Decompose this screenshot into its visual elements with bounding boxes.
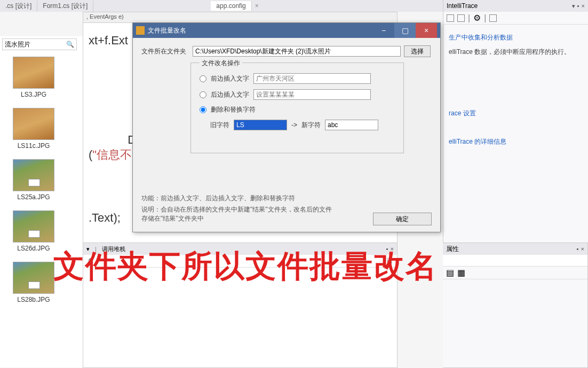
- new-char-label: 新字符: [301, 121, 321, 130]
- function-description: 功能：前边插入文字、后边插入文字、删除和替换字符: [141, 194, 432, 203]
- properties-title: 属性: [446, 245, 459, 254]
- rename-options-group: 文件改名操作 前边插入文字 后边插入文字 删除和替换字符 旧字符 -> 新字符: [190, 62, 404, 153]
- search-icon[interactable]: 🔍: [66, 41, 74, 48]
- file-explorer: 流水照片🔍 LS3.JPG LS11c.JPG LS25a.JPG LS26d.…: [0, 36, 83, 367]
- prefix-input[interactable]: [253, 73, 371, 84]
- panel-header: IntelliTrace ▾ ▪ ×: [443, 0, 588, 12]
- panel-close-icon[interactable]: ×: [581, 246, 584, 252]
- dialog-titlebar[interactable]: 文件批量改名 − ▢ ×: [133, 23, 440, 38]
- panel-dropdown-icon[interactable]: ▾: [572, 3, 575, 10]
- tab-form1[interactable]: Form1.cs [设计]: [37, 1, 93, 12]
- intellitrace-link[interactable]: 生产中收集和分析数据: [449, 33, 583, 42]
- prefix-radio[interactable]: [200, 75, 206, 82]
- tab-appconfig[interactable]: app.config: [211, 1, 251, 11]
- thumbnail-item[interactable]: LS25a.JPG: [10, 159, 58, 201]
- replace-radio[interactable]: [200, 106, 206, 113]
- dialog-title: 文件批量改名: [148, 26, 186, 35]
- suffix-label: 后边插入文字: [211, 90, 249, 99]
- thumbnail-item[interactable]: LS28b.JPG: [10, 262, 58, 303]
- note-description: 说明：会自动在所选择的文件夹中新建"结果"文件夹，改名后的文件存储在"结果"文件…: [141, 205, 333, 223]
- properties-panel: 属性 ▪ × ▤ ▦: [443, 242, 588, 368]
- thumbnail-item[interactable]: LS26d.JPG: [10, 210, 58, 252]
- arrow-icon: ->: [291, 121, 297, 129]
- suffix-input[interactable]: [253, 89, 371, 100]
- tab-close-icon[interactable]: ×: [255, 2, 259, 10]
- tab-cs[interactable]: .cs [设计]: [0, 1, 37, 12]
- thumbnail-item[interactable]: LS3.JPG: [10, 57, 58, 98]
- confirm-button[interactable]: 确定: [373, 213, 432, 225]
- close-button[interactable]: ×: [416, 23, 437, 38]
- rename-dialog: 文件批量改名 − ▢ × 文件所在文件夹 选择 文件改名操作 前边插入文字 后边…: [132, 22, 441, 232]
- gear-icon[interactable]: ⚙: [473, 13, 481, 23]
- search-input[interactable]: 流水照片🔍: [2, 38, 77, 50]
- panel-pin-icon[interactable]: ▪: [577, 3, 579, 10]
- code-breadcrumb: , EventArgs e): [83, 12, 397, 23]
- maximize-button[interactable]: ▢: [394, 23, 416, 38]
- intellitrace-details-link[interactable]: elliTrace 的详细信息: [449, 137, 583, 146]
- sort-icon[interactable]: ▤: [446, 268, 454, 278]
- toolbar-icon[interactable]: [457, 14, 465, 22]
- dialog-icon: [136, 26, 145, 35]
- thumbnail-item[interactable]: LS11c.JPG: [10, 108, 58, 150]
- new-char-input[interactable]: [325, 120, 378, 130]
- panel-close-icon[interactable]: ×: [582, 3, 585, 10]
- intellitrace-settings-link[interactable]: race 设置: [449, 109, 583, 118]
- group-title: 文件改名操作: [200, 59, 242, 68]
- folder-path-input[interactable]: [193, 46, 401, 57]
- old-char-input[interactable]: [234, 120, 287, 130]
- prefix-label: 前边插入文字: [211, 74, 249, 83]
- annotation-overlay: 文件夹下所以文件批量改名: [53, 246, 438, 287]
- suffix-radio[interactable]: [200, 91, 206, 98]
- minimize-button[interactable]: −: [373, 23, 394, 38]
- panel-pin-icon[interactable]: ▪: [577, 246, 579, 252]
- replace-label: 删除和替换字符: [211, 105, 256, 114]
- toolbar-icon[interactable]: [489, 14, 497, 22]
- category-icon[interactable]: ▦: [457, 268, 465, 278]
- panel-toolbar: | ⚙ |: [443, 12, 588, 25]
- toolbar-icon[interactable]: [447, 14, 454, 22]
- folder-label: 文件所在文件夹: [141, 47, 189, 56]
- browse-button[interactable]: 选择: [404, 45, 431, 57]
- intellitrace-text: elliTrace 数据，必须中断应用程序的执行。: [449, 48, 583, 57]
- old-char-label: 旧字符: [210, 121, 229, 130]
